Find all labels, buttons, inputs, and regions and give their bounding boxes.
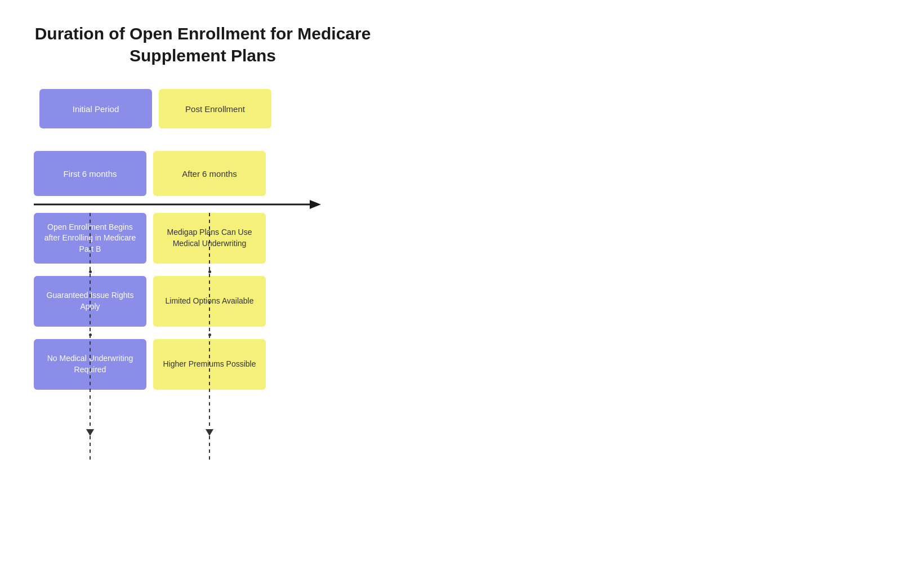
- legend-post: Post Enrollment: [159, 89, 271, 128]
- left-box-1: Open Enrollment Begins after Enrolling i…: [34, 213, 146, 264]
- right-box-1: Medigap Plans Can Use Medical Underwriti…: [153, 213, 266, 264]
- dot-connector-2: [34, 330, 372, 339]
- label-after6: After 6 months: [153, 151, 266, 196]
- timeline-arrow: [34, 196, 372, 213]
- content-row-3: No Medical Underwriting Required Higher …: [34, 339, 372, 390]
- label-first6: First 6 months: [34, 151, 146, 196]
- bottom-arrow-left: [34, 395, 146, 436]
- svg-marker-1: [310, 200, 321, 209]
- bottom-arrows: [34, 395, 372, 436]
- left-box-2: Guaranteed Issue Rights Apply: [34, 276, 146, 327]
- right-box-2: Limited Options Available: [153, 276, 266, 327]
- content-row-1: Open Enrollment Begins after Enrolling i…: [34, 213, 372, 264]
- dot-connector-1: [34, 267, 372, 276]
- page-title: Duration of Open Enrollment for Medicare…: [34, 23, 372, 66]
- content-area: Open Enrollment Begins after Enrolling i…: [34, 213, 372, 436]
- bottom-arrow-right: [153, 395, 266, 436]
- timeline-wrapper: First 6 months After 6 months Ope: [34, 151, 372, 436]
- left-box-3: No Medical Underwriting Required: [34, 339, 146, 390]
- content-row-2: Guaranteed Issue Rights Apply Limited Op…: [34, 276, 372, 327]
- legend-initial: Initial Period: [39, 89, 152, 128]
- legend-row: Initial Period Post Enrollment: [39, 89, 372, 128]
- right-box-3: Higher Premiums Possible: [153, 339, 266, 390]
- labels-row: First 6 months After 6 months: [34, 151, 372, 196]
